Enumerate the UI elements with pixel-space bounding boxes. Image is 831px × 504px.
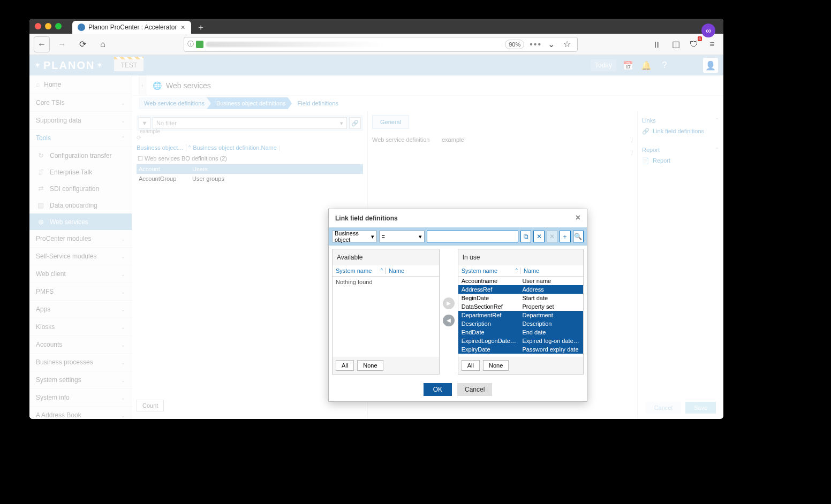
breadcrumb-item[interactable]: Field definitions — [288, 97, 345, 109]
close-icon[interactable]: × — [576, 215, 580, 222]
list-item[interactable]: AccountnameUser name — [458, 277, 583, 285]
list-item[interactable]: ExpiredLogonDate…Expired log-on date/tim — [458, 337, 583, 345]
favicon-icon — [78, 24, 85, 31]
table-row[interactable]: AccountUsers — [137, 164, 363, 174]
col-name[interactable]: Name — [386, 268, 436, 274]
cancel-button[interactable]: Cancel — [457, 383, 492, 396]
move-left-button[interactable]: ◀ — [443, 315, 455, 326]
address-bar[interactable]: ⓘ 90% ••• ⌄ ☆ — [184, 37, 578, 52]
tab-general[interactable]: General — [372, 115, 409, 129]
move-right-button[interactable]: ▶ — [443, 297, 455, 309]
sidebar-section-accounts[interactable]: Accounts⌄ — [29, 336, 132, 354]
list-item[interactable]: DepartmentRefDepartment — [458, 311, 583, 319]
sidebar-section-web-client[interactable]: Web client⌄ — [29, 265, 132, 283]
info-icon[interactable]: i — [631, 149, 633, 157]
sidebar-section-supporting-data[interactable]: Supporting data⌄ — [29, 112, 132, 129]
cancel-button[interactable]: Cancel — [646, 402, 681, 414]
sidebar-section-procenter-modules[interactable]: ProCenter modules⌄ — [29, 230, 132, 248]
filter-field-dropdown[interactable]: Business object▾ — [332, 231, 377, 242]
sidebar: ⌂ Home Core TSIs⌄ Supporting data⌄ Tools… — [29, 75, 132, 419]
bell-icon[interactable]: 🔔 — [640, 59, 653, 72]
select-none-button[interactable]: None — [357, 360, 383, 371]
extension-mask-icon[interactable]: ∞ — [701, 24, 715, 37]
sidebar-item-configuration-transfer[interactable]: ↻Configuration transfer — [29, 147, 132, 164]
list-item[interactable]: AddressRefAddress — [458, 285, 583, 294]
filter-operator-dropdown[interactable]: =▾ — [379, 231, 425, 242]
swap-icon: ⇄ — [36, 185, 46, 193]
sidebar-section-system-info[interactable]: System info⌄ — [29, 389, 132, 407]
select-none-button[interactable]: None — [483, 360, 509, 371]
sidebar-section-tools[interactable]: Tools⌃ — [29, 129, 132, 147]
sidebar-section-address-book[interactable]: A Address Book⌄ — [29, 407, 132, 419]
new-tab-button[interactable]: ＋ — [193, 21, 208, 34]
zoom-badge[interactable]: 90% — [505, 40, 524, 49]
sidebar-section-core-tsis[interactable]: Core TSIs⌄ — [29, 94, 132, 112]
close-window-icon[interactable] — [35, 23, 41, 29]
sidebar-item-web-services[interactable]: ⊕Web services — [29, 213, 132, 230]
sidebar-item-data-onboarding[interactable]: ▤Data onboarding — [29, 197, 132, 213]
ok-button[interactable]: OK — [424, 383, 452, 396]
sidebar-section-system-settings[interactable]: System settings⌄ — [29, 371, 132, 389]
list-item[interactable]: EndDateEnd date — [458, 328, 583, 337]
close-tab-icon[interactable]: ✕ — [180, 25, 186, 30]
list-item[interactable]: DescriptionDescription — [458, 319, 583, 328]
maximize-window-icon[interactable] — [55, 23, 62, 29]
empty-message: Nothing found — [333, 277, 439, 287]
table-row[interactable]: AccountGroupUser groups — [137, 174, 363, 184]
refresh-icon[interactable]: ⟳ — [137, 134, 363, 141]
sidebar-item-sdi-configuration[interactable]: ⇄SDI configuration — [29, 180, 132, 197]
bookmark-star-icon[interactable]: ☆ — [560, 37, 574, 51]
today-button[interactable]: Today — [591, 59, 616, 71]
link-field-definitions[interactable]: 🔗Link field definitions — [642, 126, 719, 137]
minimize-window-icon[interactable] — [45, 23, 51, 29]
sidebar-home[interactable]: ⌂ Home — [29, 75, 132, 94]
sidebar-section-pmfs[interactable]: PMFS⌄ — [29, 283, 132, 301]
clear-filter-icon[interactable]: ✕ — [533, 231, 544, 242]
info-icon[interactable]: i — [631, 136, 633, 144]
breadcrumb-item[interactable]: Web service definitions — [139, 97, 211, 109]
pocket-icon[interactable]: ⌄ — [544, 37, 558, 51]
filter-value-input[interactable] — [427, 231, 518, 242]
sidebar-section-business-processes[interactable]: Business processes⌄ — [29, 354, 132, 371]
panel-header-report[interactable]: Report⌃ — [642, 144, 719, 155]
panel-header-links[interactable]: Links⌃ — [642, 115, 719, 126]
avatar[interactable]: 👤 — [703, 58, 718, 73]
sidebar-toggle-icon[interactable]: ◫ — [669, 37, 683, 51]
list-item[interactable]: DataSectionRefProperty set — [458, 302, 583, 311]
sidebar-section-self-service-modules[interactable]: Self-Service modules⌄ — [29, 248, 132, 265]
select-all-button[interactable]: All — [336, 360, 354, 371]
search-icon[interactable]: 🔍 — [573, 231, 584, 242]
col-system-name[interactable]: System name^ — [462, 268, 520, 274]
copy-filter-icon[interactable]: ⧉ — [520, 231, 531, 242]
back-button[interactable]: ← — [34, 36, 50, 52]
tree-group-label[interactable]: ☐ Web services BO definitions (2) — [137, 153, 363, 164]
link-filter-icon[interactable]: 🔗 — [349, 117, 361, 129]
grid-icon: ▤ — [36, 201, 46, 209]
breadcrumb-item-active[interactable]: Business object definitions — [207, 97, 292, 109]
link-icon: 🔗 — [642, 128, 649, 135]
select-all-button[interactable]: All — [462, 360, 480, 371]
reload-button[interactable]: ⟳ — [74, 36, 90, 52]
chevron-up-icon: ⌃ — [121, 135, 125, 141]
calendar-icon[interactable]: 📅 — [622, 59, 634, 72]
add-filter-icon[interactable]: ＋ — [560, 231, 570, 242]
filter-dropdown[interactable]: No filter▾ — [153, 117, 347, 129]
report-link[interactable]: 📄Report — [642, 155, 719, 166]
help-icon[interactable]: ? — [658, 59, 671, 72]
library-icon[interactable]: ⫼ — [651, 37, 664, 51]
collapse-sidebar-button[interactable]: ‹ — [139, 75, 146, 96]
menu-icon[interactable]: ≡ — [705, 37, 719, 51]
save-button[interactable]: Save — [685, 402, 716, 414]
col-name[interactable]: Name — [520, 268, 580, 274]
home-button[interactable]: ⌂ — [95, 36, 111, 52]
sidebar-section-kiosks[interactable]: Kiosks⌄ — [29, 318, 132, 336]
col-system-name[interactable]: System name^ — [336, 268, 386, 274]
sidebar-item-enterprise-talk[interactable]: ⇵Enterprise Talk — [29, 164, 132, 180]
list-item[interactable]: BeginDateStart date — [458, 294, 583, 302]
sidebar-section-apps[interactable]: Apps⌄ — [29, 301, 132, 318]
browser-tab[interactable]: Planon ProCenter : Accelerator ✕ — [72, 21, 191, 34]
filter-icon[interactable]: ▼ — [139, 117, 150, 129]
extension-shield-icon[interactable]: 🛡6 — [687, 37, 701, 51]
count-button[interactable]: Count — [137, 400, 164, 411]
list-item[interactable]: ExpiryDatePassword expiry date — [458, 345, 583, 354]
